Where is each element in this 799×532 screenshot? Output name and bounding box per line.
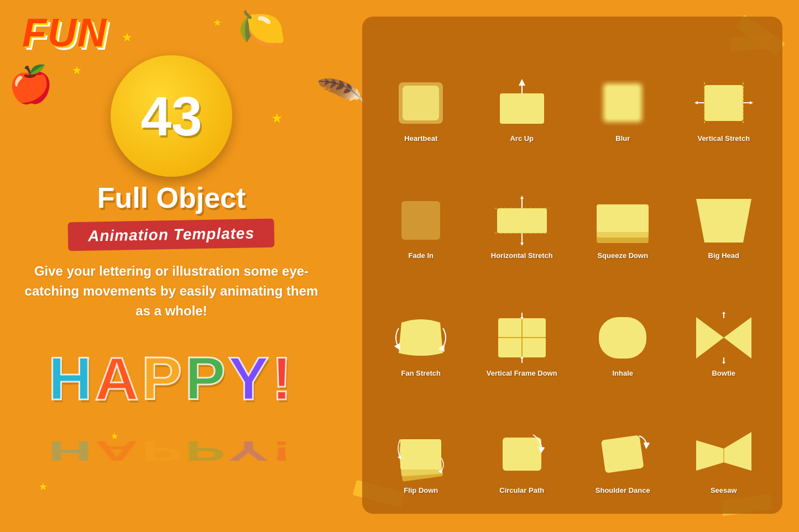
animation-item-arc-up: Arc Up [474, 33, 570, 145]
svg-marker-32 [722, 312, 725, 314]
main-title: Full Object [97, 182, 246, 214]
seesaw-visual [691, 428, 757, 483]
horizontal-stretch-label: Horizontal Stretch [491, 251, 553, 260]
reflect-y: Y [228, 435, 271, 467]
svg-rect-22 [597, 204, 649, 232]
svg-marker-9 [750, 101, 753, 104]
svg-rect-30 [599, 317, 646, 359]
svg-rect-12 [401, 201, 440, 240]
happy-letter-h: H [48, 343, 95, 413]
inhale-visual [589, 310, 656, 366]
happy-letter-p1: P [142, 343, 185, 413]
vertical-frame-down-label: Vertical Frame Down [487, 369, 557, 377]
svg-rect-1 [403, 86, 439, 120]
svg-rect-4 [606, 86, 639, 119]
big-head-label: Big Head [708, 251, 739, 260]
vertical-frame-down-visual [489, 310, 555, 366]
vertical-stretch-visual [691, 76, 757, 131]
arc-up-label: Arc Up [510, 134, 534, 143]
seesaw-label: Seesaw [711, 486, 737, 494]
happy-letter-a: A [95, 343, 142, 413]
animation-item-horizontal-stretch: Horizontal Stretch [474, 151, 570, 263]
bowtie-visual [691, 310, 757, 366]
shoulder-dance-visual [589, 428, 656, 483]
happy-container: H A P P Y ! H A P P Y ! [48, 343, 295, 483]
svg-marker-34 [722, 362, 725, 364]
happy-text: H A P P Y ! [48, 343, 295, 413]
description-text: Give your lettering or illustration some… [0, 261, 343, 321]
animation-item-circular-path: Circular Path [474, 386, 570, 498]
reflect-exclaim: ! [271, 435, 295, 467]
squeeze-down-label: Squeeze Down [597, 251, 648, 260]
happy-letter-y: Y [228, 343, 271, 413]
blur-visual [589, 76, 656, 131]
circular-path-label: Circular Path [499, 486, 544, 494]
animation-item-inhale: Inhale [575, 268, 671, 380]
svg-rect-39 [601, 435, 644, 473]
flip-down-visual [388, 428, 454, 483]
reflect-a: A [95, 435, 142, 467]
animation-banner: Animation Templates [68, 219, 275, 251]
horizontal-stretch-visual [489, 193, 555, 248]
flip-down-label: Flip Down [404, 486, 438, 494]
fan-stretch-label: Fan Stretch [401, 369, 441, 377]
svg-marker-8 [694, 101, 698, 104]
animation-item-vertical-stretch: Vertical Stretch [676, 33, 772, 145]
happy-reflection: H A P P Y ! [48, 435, 295, 467]
svg-marker-16 [520, 196, 524, 199]
blur-label: Blur [615, 134, 630, 143]
svg-rect-37 [400, 439, 441, 470]
svg-rect-38 [503, 438, 541, 471]
squeeze-down-visual [589, 193, 656, 248]
animation-item-seesaw: Seesaw [676, 386, 772, 498]
animation-grid: Heartbeat Arc Up Blur [362, 17, 782, 514]
banner-label: Animation Templates [88, 225, 255, 245]
svg-rect-5 [704, 85, 743, 121]
shoulder-dance-label: Shoulder Dance [596, 486, 650, 494]
heartbeat-visual [388, 76, 454, 131]
animation-item-fan-stretch: Fan Stretch [373, 268, 469, 380]
animation-item-squeeze-down: Squeeze Down [575, 151, 671, 263]
reflect-p1: P [142, 435, 185, 467]
bowtie-label: Bowtie [712, 369, 735, 377]
animation-item-vertical-frame-down: Vertical Frame Down [474, 268, 570, 380]
svg-rect-2 [500, 93, 544, 124]
arc-up-visual [489, 76, 555, 131]
number-badge: 43 [111, 55, 232, 177]
animation-item-bowtie: Bowtie [676, 268, 772, 380]
happy-letter-exclaim: ! [271, 343, 295, 413]
left-panel: 43 Full Object Animation Templates Give … [0, 0, 343, 532]
vertical-stretch-label: Vertical Stretch [697, 134, 750, 143]
reflect-h: H [48, 435, 95, 467]
animation-item-flip-down: Flip Down [373, 386, 469, 498]
inhale-label: Inhale [612, 369, 633, 377]
fade-in-visual [388, 193, 454, 248]
fan-stretch-visual [388, 310, 454, 366]
animation-item-blur: Blur [575, 33, 671, 145]
big-head-visual [691, 193, 757, 248]
animation-item-big-head: Big Head [676, 151, 772, 263]
svg-rect-13 [497, 208, 547, 233]
reflect-p2: P [185, 435, 228, 467]
heartbeat-label: Heartbeat [404, 134, 437, 143]
svg-marker-17 [520, 243, 524, 246]
animation-item-fade-in: Fade In [373, 151, 469, 263]
animation-item-heartbeat: Heartbeat [373, 33, 469, 145]
circular-path-visual [489, 428, 555, 483]
happy-letter-p2: P [185, 343, 228, 413]
animation-item-shoulder-dance: Shoulder Dance [575, 386, 671, 498]
fade-in-label: Fade In [408, 251, 434, 260]
badge-number: 43 [140, 88, 202, 144]
